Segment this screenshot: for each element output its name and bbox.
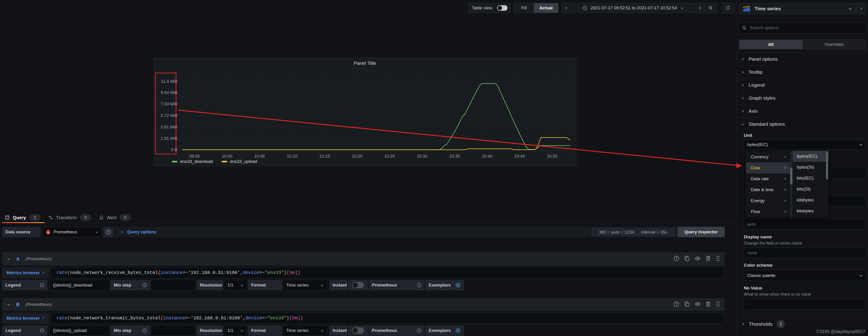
query-help-button[interactable] xyxy=(674,301,679,308)
search-icon xyxy=(742,26,747,30)
sidebar-section-graph-styles[interactable]: Graph styles xyxy=(736,92,868,104)
unit-category-flow[interactable]: Flow> xyxy=(746,206,790,217)
query-header-B[interactable]: B(Prometheus) xyxy=(2,298,725,311)
instant-toggle[interactable] xyxy=(348,325,368,336)
unit-options-menu: bytes(IEC)bytes(SI)bits(IEC)bits(SI)kibi… xyxy=(793,151,829,217)
datasource-label: Data source xyxy=(2,227,41,237)
display-name-input[interactable]: none xyxy=(744,248,866,258)
legend-option-label: Legend xyxy=(2,280,48,290)
section-label: Graph styles xyxy=(749,95,776,101)
refresh-button[interactable] xyxy=(721,3,735,13)
info-icon xyxy=(143,283,147,288)
stats-interval: Interval = 15s xyxy=(641,230,667,235)
submenu-scrollbar-thumb[interactable] xyxy=(826,152,828,179)
table-view-toggle[interactable] xyxy=(497,5,507,11)
unit-category-data-rate[interactable]: Data rate> xyxy=(746,173,790,184)
resolution-select[interactable]: 1/1 xyxy=(224,325,247,336)
query-delete-button[interactable] xyxy=(706,301,711,308)
query-drag-handle[interactable] xyxy=(715,301,720,308)
actual-button[interactable]: Actual xyxy=(534,3,558,13)
search-options-input[interactable]: Search options xyxy=(739,22,866,33)
chevron-down-icon xyxy=(859,142,863,147)
tab-all[interactable]: All xyxy=(739,40,803,49)
query-datasource: (Prometheus) xyxy=(25,302,52,307)
query-inspector-button[interactable]: Query inspector xyxy=(678,227,725,237)
unit-option-kilobytes[interactable]: kilobytes xyxy=(793,205,829,216)
svg-text:10:30: 10:30 xyxy=(417,154,427,159)
sidebar-section-axis[interactable]: Axis xyxy=(736,104,868,117)
sidebar-section-standard-options[interactable]: Standard options xyxy=(736,117,868,131)
tab-transform[interactable]: Transform 0 xyxy=(49,214,91,221)
timeseries-viz-icon xyxy=(742,5,751,12)
query-disable-button[interactable] xyxy=(694,256,701,263)
unit-category-currency[interactable]: Currency> xyxy=(746,152,790,162)
menu-scrollbar-thumb[interactable] xyxy=(790,168,793,184)
legend-series-name: ens33_download xyxy=(180,159,213,164)
unit-category-date-time[interactable]: Date & time> xyxy=(746,184,790,195)
tab-alert[interactable]: Alert 0 xyxy=(99,214,131,221)
legend-item-ens33_download[interactable]: ens33_download xyxy=(172,159,213,164)
refresh-icon xyxy=(725,5,730,10)
unit-option-bytes-si[interactable]: bytes(SI) xyxy=(793,162,829,173)
metrics-browser-button[interactable]: Metrics browser xyxy=(2,312,49,324)
datasource-help-button[interactable] xyxy=(103,227,114,237)
format-select[interactable]: Time series xyxy=(283,280,327,290)
svg-text:10:20: 10:20 xyxy=(352,154,362,159)
no-value-input[interactable]: - xyxy=(744,299,866,309)
query-header-A[interactable]: A(Prometheus) xyxy=(2,252,725,266)
svg-text:3.81 MiB: 3.81 MiB xyxy=(161,125,177,129)
time-range-button[interactable]: 2021-07-17 09:52:51 to 2021-07-17 10:52:… xyxy=(571,3,695,13)
tab-overrides[interactable]: Overrides xyxy=(803,40,866,49)
query-drag-handle[interactable] xyxy=(715,256,720,263)
time-shift-forward-button[interactable] xyxy=(695,3,705,13)
promql-expression-input[interactable]: rate(node_network_receive_bytes_total{in… xyxy=(51,267,725,278)
panel-title: Panel Title xyxy=(154,61,576,66)
format-select[interactable]: Time series xyxy=(283,325,327,336)
min-step-input[interactable] xyxy=(151,280,196,290)
unit-select[interactable]: bytes(IEC) xyxy=(744,140,866,149)
min-step-input[interactable] xyxy=(151,325,196,336)
unit-option-bytes-iec[interactable]: bytes(IEC) xyxy=(793,151,829,162)
tab-query[interactable]: Query 2 xyxy=(5,214,41,221)
clock-icon xyxy=(583,6,587,10)
unit-auto-input[interactable]: auto xyxy=(744,219,866,230)
query-delete-button[interactable] xyxy=(706,256,711,263)
fill-button[interactable]: Fill xyxy=(514,3,534,13)
collapse-options-button[interactable] xyxy=(856,3,866,14)
drag-handle-icon xyxy=(715,256,720,261)
query-duplicate-button[interactable] xyxy=(684,256,690,263)
instant-toggle[interactable] xyxy=(348,280,368,290)
metrics-browser-button[interactable]: Metrics browser xyxy=(2,267,49,278)
query-help-button[interactable] xyxy=(674,256,679,263)
datasource-picker[interactable]: Prometheus xyxy=(42,227,102,237)
sidebar-sections: Panel optionsTooltipLegendGraph stylesAx… xyxy=(736,53,868,131)
sidebar-section-legend[interactable]: Legend xyxy=(736,78,868,92)
time-shift-back-button[interactable] xyxy=(562,3,571,13)
chart-panel[interactable]: Panel Title 11.4 MiB9.54 MiB7.63 MiB5.72… xyxy=(153,58,577,166)
unit-option-bits-iec[interactable]: bits(IEC) xyxy=(793,173,829,183)
query-duplicate-button[interactable] xyxy=(684,301,690,308)
section-label: Legend xyxy=(749,82,765,88)
table-view-control[interactable]: Table view xyxy=(468,3,511,13)
sidebar-section-tooltip[interactable]: Tooltip xyxy=(736,65,868,78)
legend-swatch xyxy=(222,161,227,162)
unit-option-kibibytes[interactable]: kibibytes xyxy=(793,195,829,205)
legend-item-ens33_upload[interactable]: ens33_upload xyxy=(222,159,257,164)
visualization-picker[interactable]: Time series xyxy=(738,3,866,14)
zoom-out-button[interactable] xyxy=(705,3,717,13)
query-disable-button[interactable] xyxy=(694,301,701,308)
legend-format-input[interactable]: {{device}}_upload xyxy=(50,325,110,336)
promql-expression-input[interactable]: rate(node_network_transmit_bytes_total{i… xyxy=(51,312,725,324)
unit-option-bits-si[interactable]: bits(SI) xyxy=(793,183,829,195)
menu-scrollbar[interactable] xyxy=(790,152,793,217)
unit-category-energy[interactable]: Energy> xyxy=(746,195,790,206)
trash-icon xyxy=(706,301,711,307)
svg-text:7.63 MiB: 7.63 MiB xyxy=(161,102,177,106)
svg-text:11.4 MiB: 11.4 MiB xyxy=(161,79,177,84)
category-label: Currency xyxy=(751,155,769,160)
legend-format-input[interactable]: {{device}}_download xyxy=(50,280,110,290)
sidebar-section-panel-options[interactable]: Panel options xyxy=(736,53,868,65)
resolution-select[interactable]: 1/1 xyxy=(224,280,247,290)
chevron-right-icon xyxy=(741,97,744,100)
unit-category-data[interactable]: Data> xyxy=(746,162,790,173)
